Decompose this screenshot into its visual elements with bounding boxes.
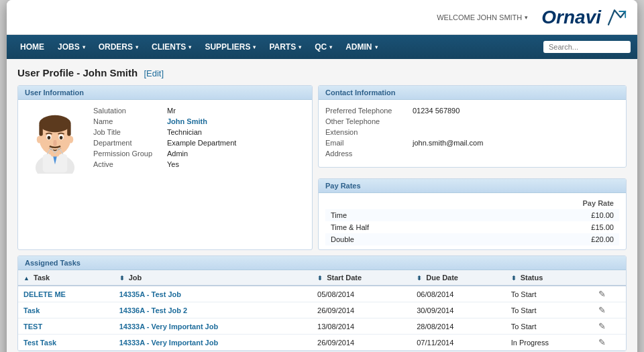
task-link[interactable]: Test Task: [23, 339, 56, 347]
top-bar: WELCOME JOHN SMITH ▾ Ornavi: [7, 0, 637, 35]
row-edit-button[interactable]: ✎: [598, 337, 606, 347]
due-date-cell: 07/11/2014: [411, 335, 505, 351]
nav-admin[interactable]: ADMIN ▾: [339, 35, 384, 59]
status-cell: To Start: [506, 286, 594, 302]
task-cell: Test Task: [18, 335, 114, 351]
svg-point-13: [60, 136, 63, 139]
job-link[interactable]: 14333A - Very Important Job: [119, 339, 219, 347]
page-content: User Profile - John Smith [Edit] User In…: [7, 59, 637, 352]
search-input[interactable]: [543, 41, 631, 53]
edit-cell: ✎: [593, 335, 626, 351]
nav-qc[interactable]: QC ▾: [308, 35, 339, 59]
parts-dropdown-arrow: ▾: [299, 44, 301, 50]
welcome-label: WELCOME JOHN SMITH: [437, 13, 522, 21]
col-job[interactable]: ⬍ Job: [114, 270, 312, 286]
svg-point-8: [37, 136, 42, 143]
col-actions: [593, 270, 626, 286]
pay-rate-value-col: Pay Rate: [484, 197, 619, 209]
avatar: [25, 107, 85, 176]
nav-bar: HOME JOBS ▾ ORDERS ▾ CLIENTS ▾ SUPPLIERS…: [7, 35, 637, 59]
table-row: DELETE ME 14335A - Test Job 05/08/2014 0…: [18, 286, 626, 302]
contact-info-header: Contact Information: [319, 86, 626, 100]
svg-point-12: [48, 136, 51, 139]
assigned-tasks-panel: Assigned Tasks ▲ Task ⬍ Job: [17, 255, 627, 351]
nav-search-area: [543, 41, 631, 53]
logo-text: Ornavi: [541, 7, 601, 28]
user-information-panel: User Information: [17, 85, 313, 250]
col-due-date[interactable]: ⬍ Due Date: [411, 270, 505, 286]
nav-clients[interactable]: CLIENTS ▾: [145, 35, 198, 59]
task-link[interactable]: Task: [23, 306, 40, 314]
field-other-tel: Other Telephone: [325, 117, 619, 125]
job-link[interactable]: 14335A - Test Job: [119, 290, 181, 298]
jobs-dropdown-arrow: ▾: [83, 44, 85, 50]
col-status[interactable]: ⬍ Status: [506, 270, 594, 286]
task-sort-icon: ▲: [23, 275, 30, 282]
row-edit-button[interactable]: ✎: [598, 289, 606, 299]
right-column: Contact Information Preferred Telephone …: [318, 85, 627, 250]
row-edit-button[interactable]: ✎: [598, 305, 606, 315]
welcome-text: WELCOME JOHN SMITH ▾: [437, 13, 528, 21]
row-edit-button[interactable]: ✎: [598, 321, 606, 331]
info-panels-row: User Information: [17, 85, 627, 250]
pay-rates-body: Pay Rate Time £10.00 Time & Half: [319, 193, 626, 249]
pay-rates-panel: Pay Rates Pay Rate: [318, 178, 627, 250]
table-row: Test Task 14333A - Very Important Job 26…: [18, 335, 626, 351]
task-link[interactable]: TEST: [23, 322, 42, 331]
col-task[interactable]: ▲ Task: [18, 270, 114, 286]
pay-rate-row-time-half: Time & Half £15.00: [325, 221, 619, 233]
task-cell: Task: [18, 302, 114, 318]
nav-parts[interactable]: PARTS ▾: [262, 35, 308, 59]
nav-orders[interactable]: ORDERS ▾: [92, 35, 145, 59]
start-date-cell: 26/09/2014: [312, 302, 411, 318]
status-cell: To Start: [506, 302, 594, 318]
clients-dropdown-arrow: ▾: [189, 44, 191, 50]
user-info-header: User Information: [18, 86, 312, 100]
svg-rect-7: [67, 123, 70, 135]
field-salutation: Salutation Mr: [93, 107, 305, 115]
col-start-date[interactable]: ⬍ Start Date: [312, 270, 411, 286]
start-sort-icon: ⬍: [317, 275, 323, 282]
due-sort-icon: ⬍: [417, 275, 422, 282]
user-info-body: Salutation Mr Name John Smith Job Title …: [18, 100, 312, 182]
field-extension: Extension: [325, 128, 619, 136]
avatar-svg: [25, 107, 85, 174]
job-sort-icon: ⬍: [119, 275, 125, 282]
due-date-cell: 28/08/2014: [411, 318, 505, 335]
edit-cell: ✎: [593, 302, 626, 318]
pay-rates-table: Pay Rate Time £10.00 Time & Half: [325, 197, 619, 245]
status-sort-icon: ⬍: [511, 275, 517, 282]
task-cell: DELETE ME: [18, 286, 114, 302]
contact-information-panel: Contact Information Preferred Telephone …: [318, 85, 627, 168]
svg-point-9: [68, 136, 73, 143]
user-info-layout: Salutation Mr Name John Smith Job Title …: [25, 107, 305, 176]
pay-rate-row-double: Double £20.00: [325, 233, 619, 245]
logo-icon: [602, 5, 627, 30]
task-cell: TEST: [18, 318, 114, 335]
qc-dropdown-arrow: ▾: [329, 44, 332, 50]
status-cell: To Start: [506, 318, 594, 335]
edit-link[interactable]: [Edit]: [144, 68, 164, 78]
table-row: TEST 14333A - Very Important Job 13/08/2…: [18, 318, 626, 335]
page-title: User Profile - John Smith [Edit]: [17, 67, 627, 78]
field-address: Address: [325, 150, 619, 158]
job-link[interactable]: 14333A - Very Important Job: [119, 322, 219, 331]
job-link[interactable]: 14336A - Test Job 2: [119, 306, 188, 314]
nav-home[interactable]: HOME: [13, 35, 51, 59]
tasks-table: ▲ Task ⬍ Job ⬍ Start Date: [18, 270, 626, 351]
welcome-dropdown-arrow[interactable]: ▾: [525, 14, 528, 21]
tasks-table-header-row: ▲ Task ⬍ Job ⬍ Start Date: [18, 270, 626, 286]
orders-dropdown-arrow: ▾: [136, 44, 138, 50]
svg-point-5: [39, 115, 70, 132]
edit-cell: ✎: [593, 286, 626, 302]
pay-rate-label-col: [325, 197, 484, 209]
nav-jobs[interactable]: JOBS ▾: [51, 35, 92, 59]
admin-dropdown-arrow: ▾: [375, 44, 378, 50]
contact-info-body: Preferred Telephone 01234 567890 Other T…: [319, 100, 626, 167]
due-date-cell: 30/09/2014: [411, 302, 505, 318]
nav-suppliers[interactable]: SUPPLIERS ▾: [198, 35, 262, 59]
due-date-cell: 06/08/2014: [411, 286, 505, 302]
task-link[interactable]: DELETE ME: [23, 290, 66, 298]
start-date-cell: 13/08/2014: [312, 318, 411, 335]
edit-cell: ✎: [593, 318, 626, 335]
